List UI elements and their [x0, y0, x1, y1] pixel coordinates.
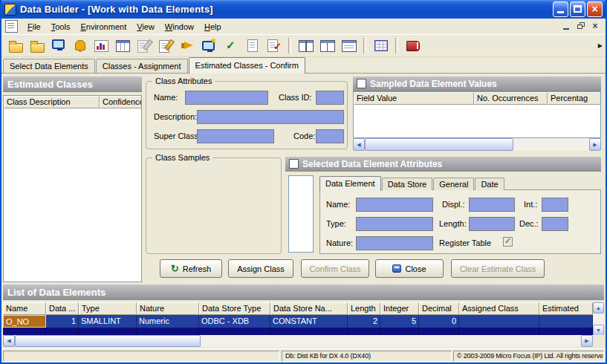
confirm-class-button[interactable]: Confirm Class — [301, 259, 369, 278]
cell-decimal[interactable]: 0 — [419, 315, 459, 328]
monitor-icon[interactable] — [49, 36, 68, 55]
cell-name[interactable]: O_NO — [3, 315, 46, 328]
document-icon[interactable] — [243, 36, 262, 55]
cell-name[interactable] — [3, 328, 46, 335]
clear-estimate-class-button[interactable]: Clear Estimate Class — [451, 259, 545, 278]
attr-int-field[interactable] — [542, 198, 568, 212]
mdi-restore-button[interactable] — [575, 21, 587, 32]
edit-disabled-icon[interactable] — [135, 36, 154, 55]
name-field[interactable] — [185, 91, 268, 105]
menu-item-file[interactable]: File — [22, 20, 46, 33]
scroll-left-icon[interactable]: ◀ — [3, 335, 15, 347]
announce-icon[interactable] — [178, 36, 197, 55]
tab-data-store[interactable]: Data Store — [382, 178, 433, 190]
column-header-field-value[interactable]: Field Value — [354, 92, 474, 105]
cell-nature[interactable] — [137, 328, 199, 335]
maximize-button[interactable] — [570, 1, 585, 17]
close-button[interactable]: Close — [375, 259, 444, 278]
attr-dec-field[interactable] — [542, 217, 568, 231]
sampled-values-checkbox[interactable] — [357, 79, 366, 88]
column-header-length[interactable]: Length — [348, 302, 380, 315]
cell-data-store-name[interactable]: CONSTANT — [270, 315, 348, 328]
grid-view-icon[interactable] — [371, 36, 390, 55]
tab-date[interactable]: Date — [475, 178, 504, 190]
monitor-star-icon[interactable]: ★ — [200, 36, 218, 55]
book-icon[interactable] — [403, 36, 422, 55]
cell-type[interactable]: SMALLINT — [79, 315, 137, 328]
bell-icon[interactable] — [71, 36, 89, 55]
mdi-minimize-button[interactable] — [561, 21, 573, 32]
selected-attributes-checkbox[interactable] — [289, 159, 299, 169]
tab-select-data-elements[interactable]: Select Data Elements — [3, 59, 95, 73]
scroll-right-icon[interactable]: ▶ — [581, 335, 593, 347]
class-id-field[interactable] — [316, 91, 344, 105]
column-header-data[interactable]: Data ... — [46, 302, 79, 315]
column-header-nature[interactable]: Nature — [137, 302, 199, 315]
code-field[interactable] — [316, 129, 344, 143]
attr-displ-field[interactable] — [469, 198, 515, 212]
cell-assigned-class[interactable] — [459, 328, 539, 335]
folder-icon[interactable] — [27, 36, 46, 55]
edit-icon[interactable] — [157, 36, 175, 55]
toolbar-overflow-icon[interactable]: ▶ — [598, 42, 603, 49]
menu-item-view[interactable]: View — [132, 20, 160, 33]
data-elements-hscrollbar[interactable]: ◀ ▶ — [3, 335, 593, 347]
mdi-child-icon[interactable] — [5, 20, 18, 33]
cell-data[interactable]: 1 — [46, 315, 79, 328]
attr-type-field[interactable] — [356, 217, 433, 231]
mdi-close-button[interactable]: × — [589, 21, 601, 32]
sampled-values-hscrollbar[interactable]: ◀ ▶ — [353, 138, 601, 151]
scrollbar-thumb[interactable] — [15, 335, 201, 347]
split-view-icon[interactable] — [296, 36, 315, 55]
cell-estimated[interactable] — [539, 315, 593, 328]
cell-length[interactable] — [348, 328, 380, 335]
cell-data-store-type[interactable] — [199, 328, 270, 335]
selected-element-listbox[interactable] — [288, 175, 314, 253]
column-header-type[interactable]: Type — [79, 302, 137, 315]
cell-data-store-type[interactable]: ODBC - XDB — [199, 315, 270, 328]
minimize-button[interactable] — [553, 1, 568, 17]
data-elements-vscrollbar[interactable]: ▲ ▼ — [593, 302, 604, 336]
cell-data[interactable] — [46, 328, 79, 335]
column-header-assigned-class[interactable]: Assigned Class — [459, 302, 539, 315]
menu-item-tools[interactable]: Tools — [46, 20, 76, 33]
scroll-up-icon[interactable]: ▲ — [593, 302, 604, 313]
column-header-data-store-name[interactable]: Data Store Na... — [270, 302, 348, 315]
tab-general[interactable]: General — [433, 178, 474, 190]
scroll-right-icon[interactable]: ▶ — [589, 138, 601, 151]
attr-nature-field[interactable] — [356, 236, 433, 250]
table-row[interactable]: O_NO 1 SMALLINT Numeric ODBC - XDB CONST… — [3, 315, 593, 328]
cell-assigned-class[interactable] — [459, 315, 539, 328]
table-row[interactable] — [3, 328, 593, 335]
menu-item-window[interactable]: Window — [160, 20, 199, 33]
attr-name-field[interactable] — [356, 198, 433, 212]
cell-integer[interactable] — [380, 328, 419, 335]
details-view-icon[interactable] — [340, 36, 358, 55]
cell-estimated[interactable] — [539, 328, 593, 335]
bar-chart-icon[interactable] — [92, 36, 111, 55]
close-window-button[interactable]: × — [587, 1, 603, 17]
cell-length[interactable]: 2 — [348, 315, 380, 328]
tab-classes-assignment[interactable]: Classes - Assignment — [96, 59, 188, 73]
column-header-no-occurrences[interactable]: No. Occurrences — [474, 92, 548, 105]
estimated-classes-list[interactable]: Class Description Confidence — [3, 95, 142, 282]
document-check-icon[interactable]: ✓ — [264, 36, 283, 55]
attr-length-field[interactable] — [469, 217, 515, 231]
super-class-field[interactable] — [197, 129, 274, 143]
cell-nature[interactable]: Numeric — [137, 315, 199, 328]
column-header-percentage[interactable]: Percentag — [548, 92, 601, 105]
column-header-decimal[interactable]: Decimal — [419, 302, 459, 315]
column-header-integer[interactable]: Integer — [380, 302, 419, 315]
description-field[interactable] — [197, 110, 344, 124]
title-bar[interactable]: Data Builder - [Work with Data Elements]… — [1, 0, 606, 19]
scroll-left-icon[interactable]: ◀ — [353, 138, 365, 151]
tab-estimated-classes-confirm[interactable]: Estimated Classes - Confirm — [189, 57, 305, 74]
open-icon[interactable] — [6, 36, 25, 55]
cell-decimal[interactable] — [419, 328, 459, 335]
menu-item-help[interactable]: Help — [199, 20, 227, 33]
assign-class-button[interactable]: Assign Class — [228, 259, 293, 278]
scrollbar-thumb[interactable] — [365, 138, 513, 151]
column-header-name[interactable]: Name — [3, 302, 46, 315]
column-header-confidence[interactable]: Confidence — [100, 96, 142, 108]
column-header-class-description[interactable]: Class Description — [4, 96, 100, 108]
